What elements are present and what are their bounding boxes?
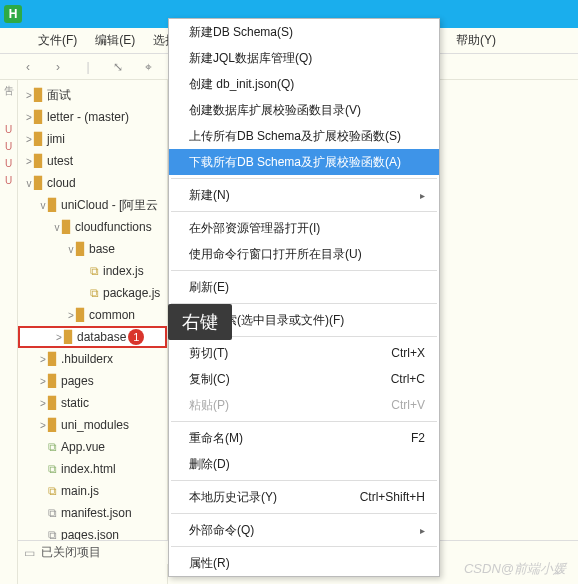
tree-item-hbuilderx[interactable]: >▉.hbuilderx: [18, 348, 167, 370]
tree-label: cloud: [47, 176, 76, 190]
menu-separator: [171, 513, 437, 514]
tree-item-unimodules[interactable]: >▉uni_modules: [18, 414, 167, 436]
tree-item-utest[interactable]: >▉utest: [18, 150, 167, 172]
tree-label: index.html: [61, 462, 116, 476]
menu-file[interactable]: 文件(F): [38, 32, 77, 49]
tree-item-indexhtml[interactable]: ⧉index.html: [18, 458, 167, 480]
menu-item[interactable]: 上传所有DB Schema及扩展校验函数(S): [169, 123, 439, 149]
menu-label: 删除(D): [189, 456, 230, 473]
twisty-icon[interactable]: >: [24, 90, 34, 101]
tree-item-base[interactable]: v▉base: [18, 238, 167, 260]
menu-label: 本地历史记录(Y): [189, 489, 277, 506]
menu-item[interactable]: 新建JQL数据库管理(Q): [169, 45, 439, 71]
tree-item-indexjs[interactable]: ⧉index.js: [18, 260, 167, 282]
menu-label: 属性(R): [189, 555, 230, 572]
tree-item-mainjs[interactable]: ⧉main.js: [18, 480, 167, 502]
twisty-icon[interactable]: v: [24, 178, 34, 189]
menu-label: 粘贴(P): [189, 397, 229, 414]
twisty-icon[interactable]: >: [66, 310, 76, 321]
file-explorer: >▉面试>▉letter - (master)>▉jimi>▉utestv▉cl…: [18, 80, 168, 584]
tree-item-unicloud[interactable]: v▉uniCloud - [阿里云: [18, 194, 167, 216]
menu-separator: [171, 546, 437, 547]
twisty-icon[interactable]: v: [66, 244, 76, 255]
menu-help[interactable]: 帮助(Y): [448, 28, 504, 53]
app-logo: H: [4, 5, 22, 23]
tree-item-database[interactable]: >▉database1: [18, 326, 167, 348]
menu-item[interactable]: 新建DB Schema(S): [169, 19, 439, 45]
menu-label: 下载所有DB Schema及扩展校验函数(A): [189, 154, 401, 171]
twisty-icon[interactable]: >: [38, 420, 48, 431]
menu-item[interactable]: 删除(D): [169, 451, 439, 477]
tree-label: .hbuilderx: [61, 352, 113, 366]
folder-icon: ▉: [64, 330, 73, 344]
menu-label: 复制(C): [189, 371, 230, 388]
tree-label: base: [89, 242, 115, 256]
tree-item-packagejs[interactable]: ⧉package.js: [18, 282, 167, 304]
tree-item-lettermaster[interactable]: >▉letter - (master): [18, 106, 167, 128]
menu-item[interactable]: 重命名(M)F2: [169, 425, 439, 451]
menu-item: 粘贴(P)Ctrl+V: [169, 392, 439, 418]
menu-shortcut: Ctrl+V: [391, 398, 425, 412]
menu-separator: [171, 480, 437, 481]
twisty-icon[interactable]: >: [54, 332, 64, 343]
submenu-arrow-icon: ▸: [420, 525, 425, 536]
tree-label: uni_modules: [61, 418, 129, 432]
menu-label: 创建 db_init.json(Q): [189, 76, 294, 93]
menu-item[interactable]: 创建 db_init.json(Q): [169, 71, 439, 97]
menu-item[interactable]: 外部命令(Q)▸: [169, 517, 439, 543]
menu-separator: [171, 270, 437, 271]
menu-item[interactable]: 在外部资源管理器打开(I): [169, 215, 439, 241]
tree-item-pages[interactable]: >▉pages: [18, 370, 167, 392]
tree-item-cloudfunctions[interactable]: v▉cloudfunctions: [18, 216, 167, 238]
tree-item-appvue[interactable]: ⧉App.vue: [18, 436, 167, 458]
tree-item-static[interactable]: >▉static: [18, 392, 167, 414]
twisty-icon[interactable]: v: [38, 200, 48, 211]
menu-item[interactable]: 下载所有DB Schema及扩展校验函数(A): [169, 149, 439, 175]
menu-item[interactable]: 刷新(E): [169, 274, 439, 300]
tree-item-cloud[interactable]: v▉cloud: [18, 172, 167, 194]
menu-label: 新建(N): [189, 187, 230, 204]
tree-item-jimi[interactable]: >▉jimi: [18, 128, 167, 150]
menu-item[interactable]: 创建数据库扩展校验函数目录(V): [169, 97, 439, 123]
jsfile-icon: ⧉: [90, 264, 99, 278]
box-icon: ▭: [24, 546, 35, 560]
twisty-icon[interactable]: >: [38, 354, 48, 365]
twisty-icon[interactable]: >: [24, 134, 34, 145]
locate-icon[interactable]: ⌖: [140, 60, 156, 74]
forward-icon[interactable]: ›: [50, 60, 66, 74]
tree-item-manifestjson[interactable]: ⧉manifest.json: [18, 502, 167, 524]
folder-icon: ▉: [34, 154, 43, 168]
menu-item[interactable]: 复制(C)Ctrl+C: [169, 366, 439, 392]
twisty-icon[interactable]: >: [24, 156, 34, 167]
twisty-icon[interactable]: >: [38, 376, 48, 387]
cfgfile-icon: ⧉: [48, 506, 57, 520]
menu-item[interactable]: 剪切(T)Ctrl+X: [169, 340, 439, 366]
folder-icon: ▉: [76, 242, 85, 256]
folder-icon: ▉: [76, 308, 85, 322]
menu-edit[interactable]: 编辑(E): [95, 32, 135, 49]
tree-label: common: [89, 308, 135, 322]
twisty-icon[interactable]: v: [52, 222, 62, 233]
collapse-icon[interactable]: ⤡: [110, 60, 126, 74]
tree-label: manifest.json: [61, 506, 132, 520]
watermark: CSDN@前端小媛: [464, 560, 566, 578]
tree-item-[interactable]: >▉面试: [18, 84, 167, 106]
menu-separator: [171, 211, 437, 212]
folder-icon: ▉: [62, 220, 71, 234]
menu-item[interactable]: 本地历史记录(Y)Ctrl+Shift+H: [169, 484, 439, 510]
tree-label: index.js: [103, 264, 144, 278]
jsfile-icon: ⧉: [48, 484, 57, 498]
menu-item[interactable]: 新建(N)▸: [169, 182, 439, 208]
twisty-icon[interactable]: >: [38, 398, 48, 409]
file-icon: ⧉: [48, 440, 57, 454]
menu-item[interactable]: 属性(R): [169, 550, 439, 576]
tree-label: package.js: [103, 286, 160, 300]
jsfile-icon: ⧉: [90, 286, 99, 300]
folder-icon: ▉: [34, 110, 43, 124]
folder-icon: ▉: [34, 176, 43, 190]
menu-label: 上传所有DB Schema及扩展校验函数(S): [189, 128, 401, 145]
tree-item-common[interactable]: >▉common: [18, 304, 167, 326]
back-icon[interactable]: ‹: [20, 60, 36, 74]
menu-item[interactable]: 使用命令行窗口打开所在目录(U): [169, 241, 439, 267]
twisty-icon[interactable]: >: [24, 112, 34, 123]
